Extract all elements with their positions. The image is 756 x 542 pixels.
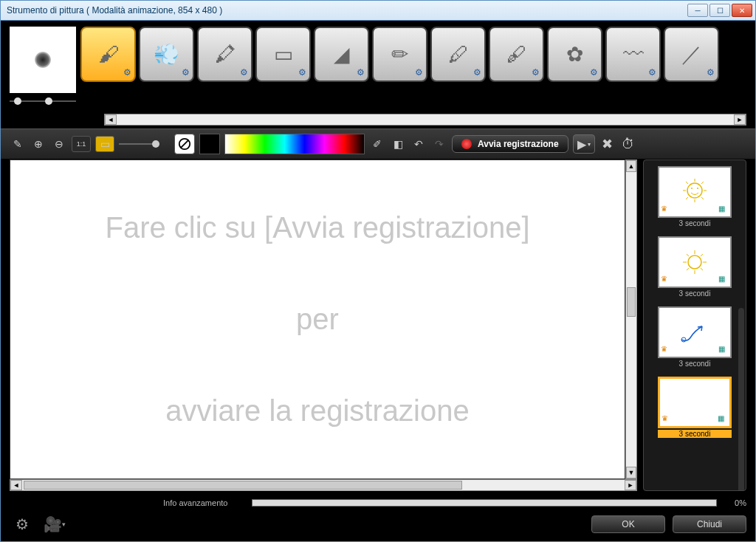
brush-airbrush[interactable]: 💨⚙ [139, 27, 194, 82]
scroll-left-icon[interactable]: ◄ [10, 480, 22, 490]
frame-item[interactable]: ♛▦3 secondi [648, 236, 741, 298]
scroll-down-icon[interactable]: ▼ [626, 467, 636, 478]
zoom-out-icon[interactable]: ⊖ [51, 136, 67, 152]
settings-icon[interactable]: ⚙ [10, 515, 35, 534]
brush-chisel[interactable]: ◢⚙ [314, 27, 369, 82]
window-title: Strumento di pittura ( Modalità animazio… [4, 5, 687, 16]
frame-item[interactable]: ♛▦3 secondi [648, 166, 741, 227]
play-button[interactable]: ▶▾ [573, 134, 595, 154]
crown-icon: ♛ [661, 205, 671, 215]
brush-thick-marker[interactable]: 🖋⚙ [489, 27, 544, 82]
maximize-button[interactable]: ☐ [709, 4, 730, 17]
svg-line-12 [686, 197, 688, 199]
progress-percent: 0% [724, 498, 746, 507]
frame-item[interactable]: ♛▦3 secondi [648, 306, 741, 368]
ok-button[interactable]: OK [591, 515, 665, 533]
svg-line-21 [687, 268, 689, 270]
svg-line-19 [701, 268, 703, 270]
canvas-hint-2: per [296, 303, 339, 336]
brush-marker[interactable]: 🖊⚙ [430, 27, 486, 82]
canvas-vscroll[interactable]: ▲ ▼ [625, 159, 637, 479]
film-icon: ▦ [718, 345, 729, 355]
close-dialog-button[interactable]: Chiudi [673, 515, 746, 533]
marker-icon: 🖊 [448, 42, 469, 66]
brush-size-slider[interactable] [10, 96, 76, 106]
opacity-slider[interactable] [119, 139, 159, 149]
gear-icon: ⚙ [590, 67, 598, 78]
no-color-icon[interactable] [174, 134, 195, 154]
paintbrush-icon: 🖌 [98, 42, 119, 66]
svg-line-18 [687, 254, 689, 256]
brush-preview [10, 27, 76, 93]
svg-line-11 [701, 182, 704, 184]
svg-line-10 [701, 197, 704, 199]
gear-icon: ⚙ [415, 67, 423, 78]
frames-panel: ♛▦3 secondi♛▦3 secondi♛▦3 secondi♛▦3 sec… [643, 159, 746, 491]
frame-thumbnail: ♛▦ [658, 306, 732, 358]
scroll-up-icon[interactable]: ▲ [626, 160, 636, 172]
canvas-wrap: Fare clic su [Avvia registrazione] per a… [10, 159, 637, 491]
canvas[interactable]: Fare clic su [Avvia registrazione] per a… [10, 159, 625, 479]
start-recording-button[interactable]: Avvia registrazione [452, 135, 568, 153]
gear-icon: ⚙ [357, 67, 365, 78]
close-button[interactable]: ✕ [732, 4, 752, 17]
brush-paintbrush[interactable]: 🖌⚙ [80, 27, 136, 82]
brush-tools: 🖌⚙💨⚙🖍⚙▭⚙◢⚙✏⚙🖊⚙🖋⚙✿⚙〰⚙／⚙ [80, 27, 719, 82]
current-color-swatch[interactable] [199, 134, 220, 154]
brush-eraser-soft[interactable]: ▭⚙ [255, 27, 311, 82]
bottom-bar: ⚙ 🎥▾ OK Chiudi [1, 509, 755, 541]
vscroll-thumb[interactable] [627, 287, 636, 317]
record-dot-icon [461, 139, 472, 149]
frames-scrollbar[interactable] [738, 308, 744, 491]
scroll-right-icon[interactable]: ► [734, 114, 746, 125]
frame-thumbnail: ♛▦ [658, 236, 732, 288]
edit-tool-icon[interactable]: ✎ [10, 136, 26, 152]
brush-splatter[interactable]: ✿⚙ [547, 27, 602, 82]
frame-item[interactable]: ♛▦3 secondi [648, 377, 741, 438]
calligraphy-icon: ／ [681, 41, 702, 69]
splatter-icon: ✿ [566, 42, 583, 66]
frame-caption: 3 secondi [679, 219, 711, 227]
canvas-hscroll[interactable]: ◄ ► [10, 479, 637, 491]
brush-pencil[interactable]: ✏⚙ [372, 27, 427, 82]
brush-dot-icon [35, 52, 51, 68]
svg-line-20 [701, 254, 703, 256]
undo-icon[interactable]: ↶ [410, 136, 427, 152]
zoom-actual-icon[interactable]: 1:1 [72, 136, 91, 152]
redo-icon[interactable]: ↷ [431, 136, 447, 152]
brush-ink-brush[interactable]: 〰⚙ [605, 27, 661, 82]
zoom-in-icon[interactable]: ⊕ [30, 136, 47, 152]
brush-preview-box [10, 27, 76, 106]
eyedropper-icon[interactable]: ✐ [369, 136, 385, 152]
middle-area: Fare clic su [Avvia registrazione] per a… [1, 159, 755, 495]
pencil-icon: ✏ [391, 42, 408, 66]
svg-point-2 [687, 183, 702, 198]
zoom-fit-icon[interactable]: ▭ [95, 136, 114, 152]
chisel-icon: ◢ [334, 42, 350, 66]
crayon-icon: 🖍 [215, 42, 236, 66]
camera-icon[interactable]: 🎥▾ [42, 515, 67, 534]
gear-icon: ⚙ [473, 67, 481, 78]
timer-icon[interactable]: ⏱ [620, 136, 636, 152]
brush-calligraphy[interactable]: ／⚙ [664, 27, 719, 82]
hscroll-thumb[interactable] [24, 481, 462, 490]
minimize-button[interactable]: ─ [687, 4, 708, 17]
scroll-left-icon[interactable]: ◄ [105, 114, 117, 125]
eraser-icon[interactable]: ◧ [390, 136, 406, 152]
scroll-right-icon[interactable]: ► [625, 480, 636, 490]
crown-icon: ♛ [661, 275, 671, 285]
canvas-hint-3: avviare la registrazione [165, 394, 469, 428]
delete-frame-icon[interactable]: ✖ [599, 136, 616, 152]
thick-marker-icon: 🖋 [506, 42, 527, 66]
gear-icon: ⚙ [182, 67, 190, 78]
brush-crayon[interactable]: 🖍⚙ [197, 27, 252, 82]
svg-point-4 [697, 188, 698, 189]
svg-line-9 [686, 182, 688, 184]
ink-brush-icon: 〰 [623, 42, 644, 66]
progress-track [252, 499, 717, 507]
progress-label: Info avanzamento [163, 498, 244, 507]
crown-icon: ♛ [661, 345, 671, 355]
color-spectrum[interactable] [224, 134, 365, 154]
svg-point-13 [688, 255, 701, 269]
brush-scrollbar[interactable]: ◄ ► [104, 114, 746, 126]
